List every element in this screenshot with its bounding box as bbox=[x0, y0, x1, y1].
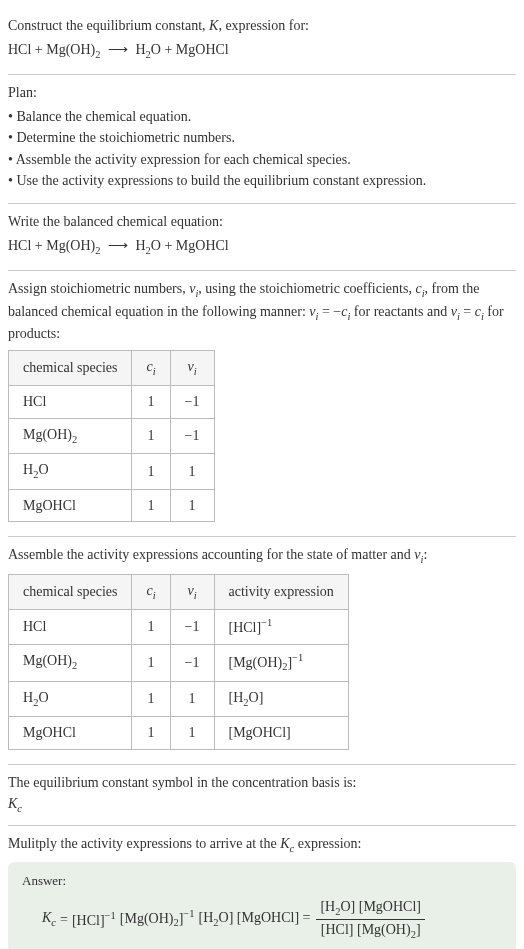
symbol-section: The equilibrium constant symbol in the c… bbox=[8, 765, 516, 826]
eq-sub1: 2 bbox=[95, 48, 100, 59]
title-prefix: Construct the equilibrium constant, bbox=[8, 18, 209, 33]
td-expr: [H2O] bbox=[214, 681, 348, 716]
e: [Mg(OH) bbox=[229, 654, 283, 669]
t: [Mg(OH) bbox=[120, 911, 174, 926]
eq-arrow: ⟶ bbox=[108, 238, 128, 253]
plan-item: • Determine the stoichiometric numbers. bbox=[8, 128, 516, 148]
t: ] bbox=[416, 922, 421, 937]
t: , using the stoichiometric coefficients, bbox=[198, 281, 415, 296]
e: [MgOHCl] bbox=[229, 725, 291, 740]
td-ci: 1 bbox=[132, 610, 170, 644]
plan-list: • Balance the chemical equation. • Deter… bbox=[8, 107, 516, 191]
vi-sub: i bbox=[194, 365, 197, 376]
eq-right1: H bbox=[135, 42, 145, 57]
term3: [H2O] [MgOHCl] = bbox=[199, 908, 311, 930]
t: = bbox=[460, 304, 475, 319]
t: [H bbox=[199, 910, 214, 925]
td-species: HCl bbox=[9, 386, 132, 419]
title: Construct the equilibrium constant, K, e… bbox=[8, 16, 516, 36]
symbol-text: The equilibrium constant symbol in the c… bbox=[8, 773, 516, 793]
eq-arrow: ⟶ bbox=[108, 42, 128, 57]
activity-table: chemical species ci νi activity expressi… bbox=[8, 574, 349, 750]
stoich-table: chemical species ci νi HCl 1 −1 Mg(OH)2 … bbox=[8, 350, 215, 523]
table-header-row: chemical species ci νi activity expressi… bbox=[9, 574, 349, 609]
numerator: [H2O] [MgOHCl] bbox=[316, 897, 425, 920]
header-equation: HCl + Mg(OH)2 ⟶ H2O + MgOHCl bbox=[8, 40, 516, 62]
td-vi: −1 bbox=[170, 418, 214, 453]
answer-label: Answer: bbox=[22, 872, 502, 890]
td-vi: −1 bbox=[170, 386, 214, 419]
t: expression: bbox=[294, 836, 361, 851]
c: c bbox=[17, 803, 22, 814]
n: HCl bbox=[23, 619, 46, 634]
td-expr: [MgOHCl] bbox=[214, 717, 348, 750]
td-species: Mg(OH)2 bbox=[9, 418, 132, 453]
kc-symbol: Kc bbox=[8, 794, 516, 816]
td-vi: −1 bbox=[170, 610, 214, 644]
eq-right2: O + MgOHCl bbox=[151, 42, 229, 57]
plan-title: Plan: bbox=[8, 83, 516, 103]
t: = − bbox=[318, 304, 341, 319]
balanced-equation: HCl + Mg(OH)2 ⟶ H2O + MgOHCl bbox=[8, 236, 516, 258]
title-suffix: , expression for: bbox=[218, 18, 309, 33]
plan-section: Plan: • Balance the chemical equation. •… bbox=[8, 75, 516, 204]
t: Assign stoichiometric numbers, bbox=[8, 281, 189, 296]
td-ci: 1 bbox=[132, 489, 170, 522]
activity-title: Assemble the activity expressions accoun… bbox=[8, 545, 516, 567]
eq-sub1: 2 bbox=[95, 244, 100, 255]
td-ci: 1 bbox=[132, 418, 170, 453]
sf: O bbox=[38, 690, 48, 705]
t: [H bbox=[320, 899, 335, 914]
n: MgOHCl bbox=[23, 725, 76, 740]
n: H bbox=[23, 690, 33, 705]
td-species: MgOHCl bbox=[9, 489, 132, 522]
td-vi: −1 bbox=[170, 644, 214, 681]
th-vi: νi bbox=[170, 574, 214, 609]
answer-box: Answer: Kc = [HCl]−1 [Mg(OH)2]−1 [H2O] [… bbox=[8, 862, 516, 949]
ci-sub: i bbox=[153, 365, 156, 376]
denominator: [HCl] [Mg(OH)2] bbox=[317, 920, 425, 942]
n: H bbox=[23, 462, 33, 477]
table-row: H2O 1 1 [H2O] bbox=[9, 681, 349, 716]
e: −1 bbox=[105, 910, 116, 921]
eq-right1: H bbox=[135, 238, 145, 253]
ep: O] bbox=[249, 690, 264, 705]
sf: O bbox=[38, 462, 48, 477]
answer-formula: Kc = [HCl]−1 [Mg(OH)2]−1 [H2O] [MgOHCl] … bbox=[22, 897, 502, 943]
t: O] [MgOHCl] bbox=[340, 899, 421, 914]
balanced-title: Write the balanced chemical equation: bbox=[8, 212, 516, 232]
vi-sub: i bbox=[194, 590, 197, 601]
table-row: MgOHCl 1 1 [MgOHCl] bbox=[9, 717, 349, 750]
td-ci: 1 bbox=[132, 644, 170, 681]
exp: −1 bbox=[292, 652, 303, 663]
td-species: H2O bbox=[9, 681, 132, 716]
td-vi: 1 bbox=[170, 454, 214, 489]
e: [H bbox=[229, 690, 244, 705]
n: Mg(OH) bbox=[23, 427, 72, 442]
n: MgOHCl bbox=[23, 498, 76, 513]
table-row: HCl 1 −1 bbox=[9, 386, 215, 419]
stoich-text: Assign stoichiometric numbers, νi, using… bbox=[8, 279, 516, 344]
td-species: Mg(OH)2 bbox=[9, 644, 132, 681]
th-species: chemical species bbox=[9, 350, 132, 385]
td-species: HCl bbox=[9, 610, 132, 644]
plan-item: • Balance the chemical equation. bbox=[8, 107, 516, 127]
n: Mg(OH) bbox=[23, 653, 72, 668]
table-row: H2O 1 1 bbox=[9, 454, 215, 489]
td-ci: 1 bbox=[132, 454, 170, 489]
eq-left: HCl + Mg(OH) bbox=[8, 42, 95, 57]
s: 2 bbox=[72, 660, 77, 671]
multiply-text: Mulitply the activity expressions to arr… bbox=[8, 834, 516, 856]
td-ci: 1 bbox=[132, 386, 170, 419]
t: Assemble the activity expressions accoun… bbox=[8, 547, 414, 562]
term1: [HCl]−1 bbox=[72, 909, 116, 930]
th-vi: νi bbox=[170, 350, 214, 385]
td-vi: 1 bbox=[170, 717, 214, 750]
plan-item: • Use the activity expressions to build … bbox=[8, 171, 516, 191]
td-expr: [HCl]−1 bbox=[214, 610, 348, 644]
activity-section: Assemble the activity expressions accoun… bbox=[8, 537, 516, 764]
fraction: [H2O] [MgOHCl] [HCl] [Mg(OH)2] bbox=[316, 897, 425, 943]
e: [HCl] bbox=[229, 620, 262, 635]
t: [HCl] [Mg(OH) bbox=[321, 922, 411, 937]
td-ci: 1 bbox=[132, 681, 170, 716]
